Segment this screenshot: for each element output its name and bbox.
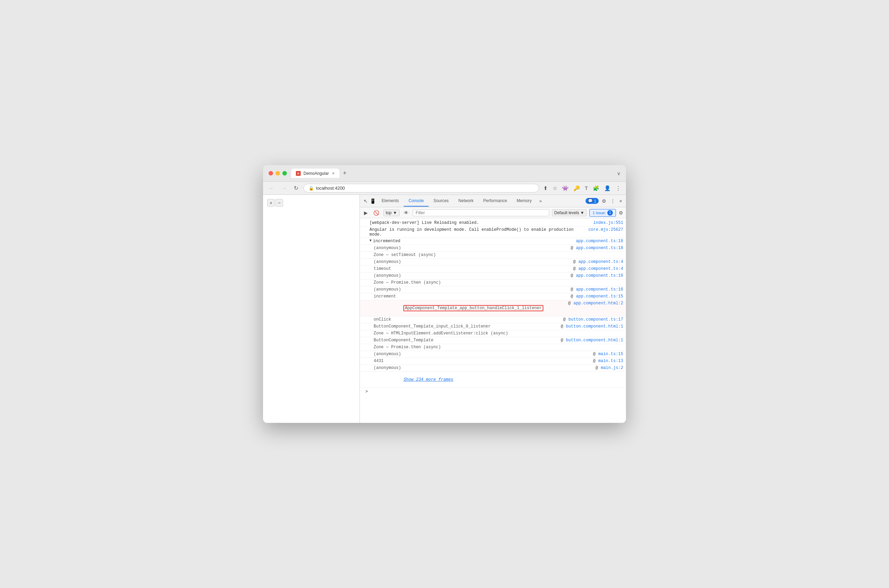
tab-console[interactable]: Console <box>404 195 429 207</box>
console-message: (anonymous) <box>369 246 571 250</box>
browser-tab[interactable]: A DemoAngular × <box>291 169 339 178</box>
bookmark-icon[interactable]: ☆ <box>552 184 558 192</box>
top-label: top <box>386 210 392 215</box>
devtools-cursor-icon[interactable]: ↖ <box>363 197 369 205</box>
console-row: onClick @ button.component.ts:17 <box>360 316 626 323</box>
forward-button[interactable]: → <box>279 184 288 192</box>
console-message: Zone — Promise.then (async) <box>369 280 623 285</box>
console-link[interactable]: index.js:551 <box>591 220 623 225</box>
default-levels-label: Default levels <box>554 210 579 215</box>
extension-icon[interactable]: 👾 <box>561 184 570 192</box>
back-button[interactable]: ← <box>267 184 276 192</box>
console-link[interactable]: app.component.ts:15 <box>573 294 623 299</box>
console-link[interactable]: core.mjs:25627 <box>586 227 623 232</box>
show-more-content: Show 234 more frames <box>369 372 623 387</box>
default-levels-selector[interactable]: Default levels ▼ <box>552 209 587 216</box>
expand-icon[interactable]: ▼ <box>369 239 372 243</box>
tab-close-button[interactable]: × <box>332 171 335 176</box>
console-message: (anonymous) <box>369 366 596 370</box>
more-tabs-button[interactable]: » <box>536 197 544 205</box>
tab-elements[interactable]: Elements <box>377 195 404 207</box>
extensions-icon[interactable]: 🧩 <box>592 184 601 192</box>
console-message: (anonymous) <box>369 273 571 278</box>
console-message: timeout <box>369 266 573 271</box>
zoom-out-button[interactable]: − <box>275 199 283 207</box>
console-row: Zone — HTMLInputElement.addEventListener… <box>360 330 626 337</box>
devtools-device-icon[interactable]: 📱 <box>369 197 377 205</box>
console-message: (anonymous) <box>369 260 573 264</box>
console-message: 4431 <box>369 358 593 363</box>
console-row: (anonymous) @ main.js:2 <box>360 365 626 372</box>
clear-console-button[interactable]: ▶ <box>363 209 369 216</box>
more-button[interactable]: ⋮ <box>614 184 622 192</box>
console-message-highlighted: AppComponent_Template_app_button_handleC… <box>369 301 568 315</box>
tab-favicon: A <box>296 171 301 176</box>
console-row: (anonymous) @ app.component.ts:16 <box>360 286 626 293</box>
block-button[interactable]: 🚫 <box>372 209 381 216</box>
console-message: incremented <box>373 239 573 243</box>
console-settings-button[interactable]: ⚙ <box>619 210 623 216</box>
console-prompt[interactable]: > <box>360 388 626 396</box>
traffic-lights <box>269 171 287 176</box>
issues-badge[interactable]: 1 Issue: 1 <box>589 209 616 217</box>
console-link[interactable]: button.component.html:1 <box>563 338 623 343</box>
share-icon[interactable]: ⬆ <box>542 184 549 192</box>
close-devtools-button[interactable]: × <box>618 197 623 205</box>
settings-button[interactable]: ⚙ <box>601 197 607 205</box>
console-link[interactable]: app.component.html:2 <box>571 301 623 306</box>
console-link[interactable]: app.component.ts:4 <box>575 266 623 271</box>
address-text: localhost:4200 <box>316 186 345 191</box>
console-row: Zone — setTimeout (async) <box>360 252 626 259</box>
more-actions-button[interactable]: ⋮ <box>610 197 616 205</box>
tabs-area: A DemoAngular × + <box>291 169 613 178</box>
console-link[interactable]: button.component.ts:17 <box>566 317 623 322</box>
console-link[interactable]: app.component.ts:18 <box>573 246 623 250</box>
tab-performance[interactable]: Performance <box>478 195 512 207</box>
console-link[interactable]: app.component.ts:4 <box>575 260 623 264</box>
browser-window: A DemoAngular × + ∨ ← → ↻ 🔒 localhost:42… <box>263 165 626 423</box>
password-icon[interactable]: 🔑 <box>572 184 581 192</box>
new-tab-button[interactable]: + <box>341 169 349 178</box>
console-link[interactable]: app.component.ts:16 <box>573 273 623 278</box>
minimize-window-button[interactable] <box>275 171 280 176</box>
console-row: (anonymous) @ app.component.ts:4 <box>360 259 626 266</box>
close-window-button[interactable] <box>269 171 273 176</box>
console-row: ButtonComponent_Template_input_click_0_l… <box>360 323 626 330</box>
navigation-bar: ← → ↻ 🔒 localhost:4200 ⬆ ☆ 👾 🔑 T 🧩 👤 ⋮ <box>263 182 626 195</box>
chat-badge: 💬 1 <box>586 198 599 204</box>
content-area: + − ↖ 📱 Elements Console Sources <box>263 195 626 423</box>
devtools-tabs: Elements Console Sources Network Perform… <box>377 195 586 207</box>
console-link[interactable]: main.ts:15 <box>596 352 623 357</box>
console-message: increment <box>369 294 571 299</box>
console-link[interactable]: main.js:2 <box>598 366 623 370</box>
show-more-frames-link[interactable]: Show 234 more frames <box>403 377 453 382</box>
address-bar[interactable]: 🔒 localhost:4200 <box>303 184 539 192</box>
zoom-controls: + − <box>267 199 283 207</box>
filter-input[interactable] <box>413 209 549 216</box>
translate-icon[interactable]: T <box>584 184 589 192</box>
refresh-button[interactable]: ↻ <box>292 184 300 192</box>
tab-sources[interactable]: Sources <box>429 195 454 207</box>
window-expand-button[interactable]: ∨ <box>617 171 620 176</box>
top-arrow-icon: ▼ <box>393 210 397 215</box>
frame-selector[interactable]: top ▼ <box>383 209 399 216</box>
console-message: [webpack-dev-server] Live Reloading enab… <box>369 220 591 225</box>
console-message: ButtonComponent_Template <box>369 338 561 343</box>
maximize-window-button[interactable] <box>282 171 287 176</box>
issue-label: 1 Issue: <box>592 211 606 215</box>
console-link[interactable]: app.component.ts:18 <box>573 239 623 243</box>
console-row: timeout @ app.component.ts:4 <box>360 266 626 273</box>
devtools-toolbar: ↖ 📱 Elements Console Sources Network <box>360 195 626 207</box>
tab-network[interactable]: Network <box>454 195 478 207</box>
eye-button[interactable]: 👁 <box>402 209 410 216</box>
chat-icon: 💬 <box>588 199 593 203</box>
console-link[interactable]: main.ts:13 <box>596 358 623 363</box>
console-link[interactable]: app.component.ts:16 <box>573 287 623 292</box>
zoom-in-button[interactable]: + <box>267 199 275 207</box>
console-link[interactable]: button.component.html:1 <box>563 324 623 329</box>
tab-memory[interactable]: Memory <box>512 195 536 207</box>
highlighted-text: AppComponent_Template_app_button_handleC… <box>403 305 543 311</box>
profile-icon[interactable]: 👤 <box>603 184 612 192</box>
console-row-highlighted: AppComponent_Template_app_button_handleC… <box>360 300 626 316</box>
console-output: [webpack-dev-server] Live Reloading enab… <box>360 218 626 423</box>
